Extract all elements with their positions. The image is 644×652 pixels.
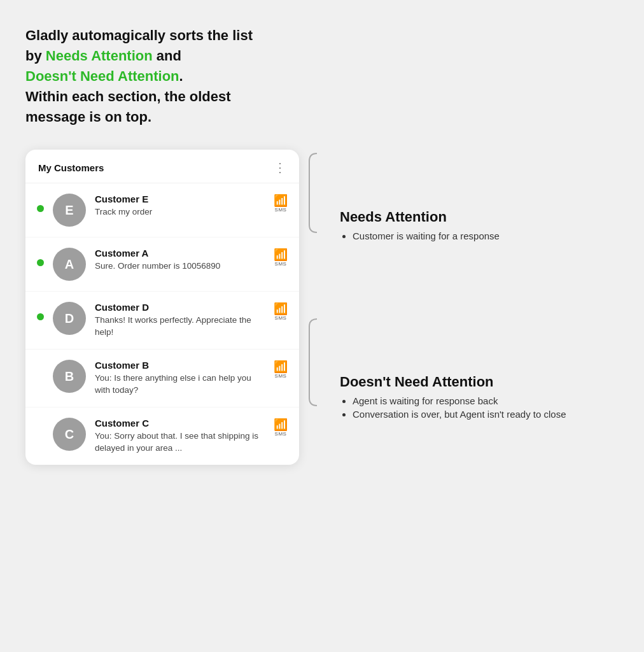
intro-period: . (179, 68, 183, 84)
customer-message: Sure. Order number is 10056890 (95, 260, 267, 273)
wifi-icon: 📶 (274, 303, 288, 315)
intro-line5: message is on top. (25, 109, 151, 125)
avatar: D (53, 302, 86, 335)
list-item[interactable]: A Customer A Sure. Order number is 10056… (25, 237, 299, 292)
sms-label: SMS (275, 315, 287, 321)
sms-channel-icon: 📶 SMS (274, 361, 288, 379)
sms-channel-icon: 📶 SMS (274, 303, 288, 321)
online-dot (37, 313, 44, 320)
right-panel: Needs Attention Customer is waiting for … (299, 150, 619, 481)
avatar: C (53, 418, 86, 451)
customer-message: You: Is there anything else i can help y… (95, 372, 267, 397)
doesnt-need-attention-bracket (299, 315, 327, 481)
no-dot-placeholder (37, 418, 44, 425)
list-item[interactable]: D Customer D Thanks! It works perfectly.… (25, 292, 299, 350)
customer-name: Customer B (95, 360, 267, 371)
intro-doesnt-need-attention: Doesn't Need Attention (25, 68, 179, 84)
online-dot (37, 259, 44, 266)
wifi-icon: 📶 (274, 195, 288, 206)
needs-attention-bullet-1: Customer is waiting for a response (353, 230, 500, 241)
needs-attention-section: Needs Attention Customer is waiting for … (299, 150, 619, 302)
list-item[interactable]: E Customer E Track my order 📶 SMS (25, 183, 299, 237)
main-layout: My Customers ⋮ E Customer E Track my ord… (25, 150, 619, 481)
customer-name: Customer A (95, 248, 267, 259)
doesnt-need-attention-title: Doesn't Need Attention (340, 374, 566, 390)
avatar: A (53, 248, 86, 281)
intro-needs-attention: Needs Attention (46, 48, 153, 64)
list-item[interactable]: C Customer C You: Sorry about that. I se… (25, 408, 299, 465)
card-header: My Customers ⋮ (25, 150, 299, 183)
intro-block: Gladly automagically sorts the list by N… (25, 25, 280, 127)
avatar: E (53, 194, 86, 227)
customer-info: Customer A Sure. Order number is 1005689… (95, 248, 267, 273)
customer-message: Thanks! It works perfectly. Appreciate t… (95, 315, 267, 339)
doesnt-need-attention-bullet-1: Agent is waiting for response back (353, 395, 566, 406)
customer-card: My Customers ⋮ E Customer E Track my ord… (25, 150, 299, 464)
more-menu-icon[interactable]: ⋮ (274, 161, 286, 174)
sms-label: SMS (275, 431, 287, 437)
doesnt-need-attention-bullet-2: Conversation is over, but Agent isn't re… (353, 409, 566, 420)
customer-info: Customer E Track my order (95, 194, 267, 218)
doesnt-need-attention-bullets: Agent is waiting for response back Conve… (340, 395, 566, 422)
sms-label: SMS (275, 373, 287, 379)
wifi-icon: 📶 (274, 419, 288, 430)
sms-channel-icon: 📶 SMS (274, 195, 288, 213)
online-dot (37, 205, 44, 212)
needs-attention-title: Needs Attention (340, 209, 500, 225)
customer-info: Customer D Thanks! It works perfectly. A… (95, 302, 267, 339)
sms-channel-icon: 📶 SMS (274, 419, 288, 437)
wifi-icon: 📶 (274, 361, 288, 372)
sms-label: SMS (275, 261, 287, 267)
customer-name: Customer D (95, 302, 267, 313)
spacer (299, 302, 619, 315)
avatar: B (53, 360, 86, 393)
customer-name: Customer E (95, 194, 267, 204)
intro-line4: Within each section, the oldest (25, 89, 231, 104)
customer-name: Customer C (95, 418, 267, 429)
intro-and: and (153, 48, 181, 64)
sms-channel-icon: 📶 SMS (274, 249, 288, 267)
customer-message: Track my order (95, 206, 267, 218)
customer-info: Customer C You: Sorry about that. I see … (95, 418, 267, 455)
doesnt-need-attention-label: Doesn't Need Attention Agent is waiting … (327, 315, 579, 481)
list-item[interactable]: B Customer B You: Is there anything else… (25, 350, 299, 408)
card-title: My Customers (38, 162, 104, 173)
customer-info: Customer B You: Is there anything else i… (95, 360, 267, 397)
customer-message: You: Sorry about that. I see that shippi… (95, 430, 267, 455)
wifi-icon: 📶 (274, 249, 288, 260)
intro-line1: Gladly automagically sorts the list (25, 27, 253, 43)
needs-attention-label: Needs Attention Customer is waiting for … (327, 150, 512, 302)
intro-line2-plain: by (25, 48, 46, 64)
needs-attention-bracket (299, 150, 327, 302)
no-dot-placeholder (37, 360, 44, 367)
doesnt-need-attention-section: Doesn't Need Attention Agent is waiting … (299, 315, 619, 481)
needs-attention-bullets: Customer is waiting for a response (340, 230, 500, 244)
sms-label: SMS (275, 207, 287, 213)
